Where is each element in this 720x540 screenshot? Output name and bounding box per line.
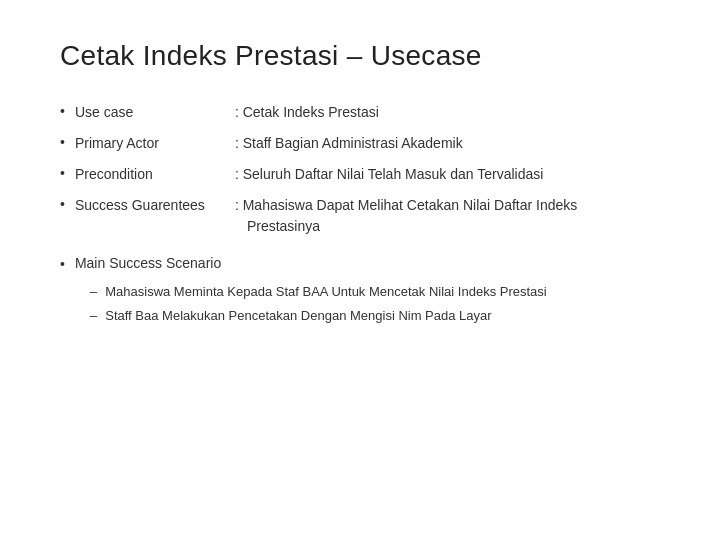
bullet-label: Success Guarentees bbox=[75, 195, 235, 237]
bullet-label: Use case bbox=[75, 102, 235, 123]
bullet-value-continued: Prestasinya bbox=[235, 216, 577, 237]
bullet-icon: • bbox=[60, 196, 65, 212]
page-title: Cetak Indeks Prestasi – Usecase bbox=[60, 40, 660, 72]
sub-items-list: – Mahasiswa Meminta Kepada Staf BAA Untu… bbox=[90, 282, 660, 329]
bullet-label: Precondition bbox=[75, 164, 235, 185]
content-area: • Use case : Cetak Indeks Prestasi • Pri… bbox=[60, 102, 660, 329]
bullet-value: : Mahasiswa Dapat Melihat Cetakan Nilai … bbox=[235, 195, 577, 216]
bullet-icon: • bbox=[60, 256, 65, 272]
list-item: • Use case : Cetak Indeks Prestasi bbox=[60, 102, 660, 123]
sub-bullet-icon: – bbox=[90, 306, 97, 326]
sub-item-text: Mahasiswa Meminta Kepada Staf BAA Untuk … bbox=[105, 282, 547, 302]
list-item: • Success Guarentees : Mahasiswa Dapat M… bbox=[60, 195, 660, 237]
bullet-value: : Staff Bagian Administrasi Akademik bbox=[235, 133, 463, 154]
bullet-icon: • bbox=[60, 103, 65, 119]
bullet-icon: • bbox=[60, 134, 65, 150]
bullet-label: Primary Actor bbox=[75, 133, 235, 154]
sub-bullet-icon: – bbox=[90, 282, 97, 302]
bullet-value: : Cetak Indeks Prestasi bbox=[235, 102, 379, 123]
list-item: • Main Success Scenario bbox=[60, 255, 660, 272]
bullet-icon: • bbox=[60, 165, 65, 181]
main-success-label: Main Success Scenario bbox=[75, 255, 235, 271]
list-item: • Precondition : Seluruh Daftar Nilai Te… bbox=[60, 164, 660, 185]
slide: Cetak Indeks Prestasi – Usecase • Use ca… bbox=[0, 0, 720, 540]
list-item: – Mahasiswa Meminta Kepada Staf BAA Untu… bbox=[90, 282, 660, 302]
bullet-value: : Seluruh Daftar Nilai Telah Masuk dan T… bbox=[235, 164, 543, 185]
sub-item-text: Staff Baa Melakukan Pencetakan Dengan Me… bbox=[105, 306, 491, 326]
list-item: – Staff Baa Melakukan Pencetakan Dengan … bbox=[90, 306, 660, 326]
list-item: • Primary Actor : Staff Bagian Administr… bbox=[60, 133, 660, 154]
